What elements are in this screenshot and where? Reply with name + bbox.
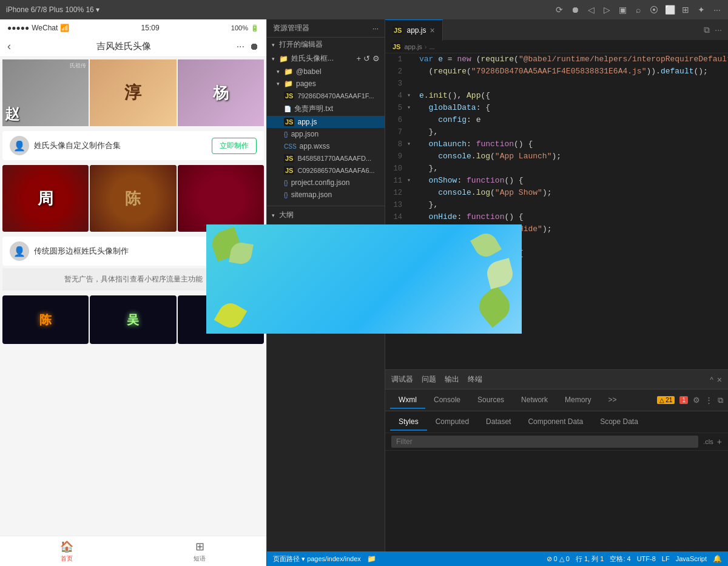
debugger-toolbar: 调试器 问题 输出 终端 ^ × <box>385 370 728 389</box>
search-icon[interactable]: ⌕ <box>633 5 643 15</box>
fm-outline[interactable]: ▾ 大纲 <box>267 206 385 222</box>
fm-item-babel[interactable]: ▾ 📁 @babel <box>267 66 385 78</box>
status-errors[interactable]: ⊘ 0 △ 0 <box>547 555 570 563</box>
debugger-detach-icon[interactable]: ⧉ <box>718 396 723 405</box>
debugger-tab-wxml[interactable]: Wxml <box>390 392 425 409</box>
debugger-panel: 调试器 问题 输出 终端 ^ × Wxml Console <box>385 369 728 551</box>
tools-icon: ⊞ <box>195 540 204 553</box>
star-icon[interactable]: ✦ <box>696 5 706 15</box>
debugger-collapse-icon[interactable]: ^ <box>710 376 713 384</box>
fm-item-79286[interactable]: JS 79286D8470AA5AAF1F... <box>267 90 385 102</box>
phone-banner-avatar: 👤 <box>10 136 29 155</box>
fm-item-b458[interactable]: JS B458581770AA5AAFD... <box>267 152 385 164</box>
phone-tab-home[interactable]: 🏠 首页 <box>0 536 133 566</box>
fm-open-editors[interactable]: ▾ 打开的编辑器 <box>267 38 385 52</box>
fm-more-icon[interactable]: ··· <box>372 24 379 33</box>
debugger-more-icon[interactable]: ⋮ <box>705 396 713 405</box>
fm-add-icon[interactable]: + <box>356 54 361 63</box>
status-line-ending[interactable]: LF <box>662 555 670 562</box>
status-spaces[interactable]: 空格: 4 <box>610 554 630 564</box>
toolbar-issues[interactable]: 问题 <box>422 374 436 385</box>
debugger-sub-tab-dataset[interactable]: Dataset <box>477 414 519 431</box>
debugger-sub-tab-styles[interactable]: Styles <box>390 414 427 431</box>
line-code-12: console.log("App Show"); <box>417 187 551 199</box>
debugger-sub-tab-component[interactable]: Component Data <box>519 414 592 431</box>
line-code-13: }, <box>417 199 438 211</box>
fm-item-sitemap[interactable]: {} sitemap.json <box>267 189 385 201</box>
device-selector[interactable]: iPhone 6/7/8 Plus 100% 16 ▾ <box>6 5 550 14</box>
status-lang[interactable]: JavaScript <box>676 555 707 562</box>
code-line-8: 8 ▾ onLaunch: function() { <box>385 138 728 150</box>
code-line-11: 11 ▾ onShow: function() { <box>385 175 728 187</box>
record-icon[interactable]: ⏺ <box>570 5 580 15</box>
phone-tab-tools[interactable]: ⊞ 短语 <box>133 536 267 566</box>
editor-tab-appjs[interactable]: JS app.js × <box>385 19 443 41</box>
more-icon[interactable]: ··· <box>712 5 722 15</box>
debugger-tab-console[interactable]: Console <box>425 392 469 409</box>
phone-more-icon[interactable]: ··· <box>237 41 244 52</box>
back-icon[interactable]: ◁ <box>586 5 596 15</box>
editor-breadcrumb: JS app.js › ... <box>385 41 728 53</box>
leaf-5 <box>470 229 502 261</box>
breadcrumb-sep: › <box>425 43 427 50</box>
grid-icon[interactable]: ⊞ <box>681 5 690 15</box>
babel-folder-icon: 📁 <box>284 67 293 76</box>
fm-79286-label: 79286D8470AA5AAF1F... <box>297 92 374 99</box>
layout-split-icon[interactable]: ⧉ <box>704 25 710 35</box>
code-line-4: 4 ▾ e.init(), App({ <box>385 90 728 102</box>
filter-add-icon[interactable]: + <box>717 437 722 446</box>
status-notifications-icon[interactable]: 🔔 <box>713 554 722 563</box>
fm-item-appjs[interactable]: JS app.js <box>267 116 385 128</box>
debugger-tab-sources[interactable]: Sources <box>469 392 513 409</box>
line-num-11: 11 <box>385 175 407 187</box>
phone-make-btn[interactable]: 立即制作 <box>212 138 257 154</box>
debugger-sub-tab-scope[interactable]: Scope Data <box>592 414 647 431</box>
fm-item-pages[interactable]: ▾ 📁 pages <box>267 78 385 90</box>
fm-item-disclaimer[interactable]: 📄 免责声明.txt <box>267 102 385 116</box>
status-line-col[interactable]: 行 1, 列 1 <box>576 554 604 564</box>
phone-red-item-2: 陈 <box>90 165 176 232</box>
toolbar-debugger[interactable]: 调试器 <box>391 374 413 385</box>
line-num-12: 12 <box>385 187 407 199</box>
status-encoding[interactable]: UTF-8 <box>637 555 656 562</box>
line-num-8: 8 <box>385 138 407 150</box>
debug-icon[interactable]: ⦿ <box>649 5 659 15</box>
forward-icon[interactable]: ▷ <box>602 5 612 15</box>
debugger-close-icon[interactable]: × <box>717 375 722 385</box>
debugger-tab-more[interactable]: >> <box>599 392 625 409</box>
fm-config-icon[interactable]: ⚙ <box>372 54 380 63</box>
phone-tabbar: 🏠 首页 ⊞ 短语 <box>0 536 266 566</box>
window-icon[interactable]: ▣ <box>618 5 627 15</box>
debugger-sub-tab-computed[interactable]: Computed <box>427 414 477 431</box>
line-code-5: globalData: { <box>417 102 490 114</box>
code-line-9: 9 console.log("App Launch"); <box>385 150 728 163</box>
debugger-content <box>385 451 728 551</box>
status-folder-icon[interactable]: 📁 <box>367 554 376 563</box>
fm-refresh-icon[interactable]: ↺ <box>363 54 370 63</box>
line-code-4: e.init(), App({ <box>417 90 490 102</box>
tab-close-icon[interactable]: × <box>430 25 435 35</box>
status-path-label[interactable]: 页面路径 ▾ pages/index/index <box>273 554 361 564</box>
filter-input[interactable] <box>391 436 698 448</box>
browser-icon[interactable]: ⬜ <box>665 5 675 15</box>
rotate-icon[interactable]: ⟳ <box>554 5 564 15</box>
red-avatar-chen: 陈 <box>90 165 176 232</box>
fm-item-appjson[interactable]: {} app.json <box>267 128 385 140</box>
toolbar-terminal[interactable]: 终端 <box>468 374 482 385</box>
phone-record-icon[interactable]: ⏺ <box>249 41 259 52</box>
line-code-6: config: e <box>417 114 480 126</box>
fm-item-c092[interactable]: JS C092686570AA5AAFA6... <box>267 164 385 177</box>
debugger-settings-icon[interactable]: ⚙ <box>693 396 700 405</box>
line-code-1: var e = new (require("@babel/runtime/hel… <box>417 53 728 66</box>
more-actions-icon[interactable]: ··· <box>715 25 722 35</box>
error-badge: 1 <box>679 396 688 404</box>
fm-item-appwxss[interactable]: CSS app.wxss <box>267 140 385 152</box>
fm-open-editors-label: 打开的编辑器 <box>279 39 323 50</box>
filter-cls-label[interactable]: .cls <box>703 438 713 445</box>
device-label: iPhone 6/7/8 Plus 100% 16 ▾ <box>6 5 99 14</box>
debugger-tab-memory[interactable]: Memory <box>556 392 599 409</box>
debugger-tab-network[interactable]: Network <box>513 392 556 409</box>
fm-project-root[interactable]: ▾ 📁 姓氏头像框... + ↺ ⚙ <box>267 52 385 66</box>
fm-item-projectconfig[interactable]: {} project.config.json <box>267 177 385 189</box>
toolbar-output[interactable]: 输出 <box>445 374 459 385</box>
